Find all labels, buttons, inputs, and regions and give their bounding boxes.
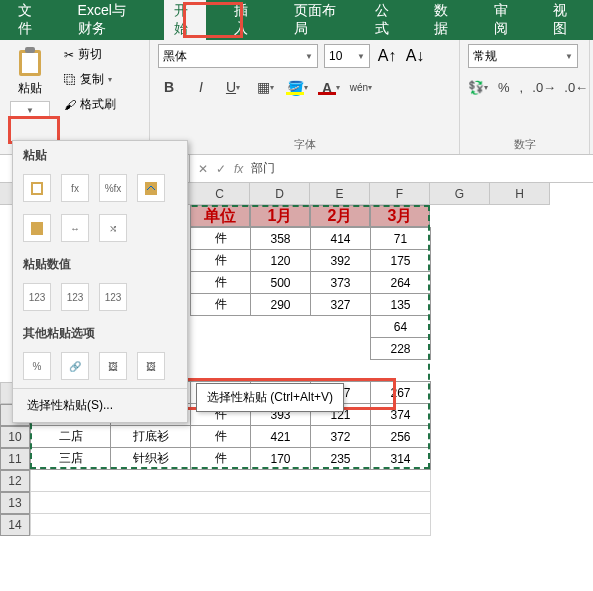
cell[interactable]: 421 [251, 426, 311, 448]
cut-button[interactable]: ✂剪切 [60, 44, 120, 65]
font-family-value: 黑体 [163, 48, 187, 65]
cell[interactable]: 235 [311, 448, 371, 470]
paste-option-formatting[interactable]: % [23, 352, 51, 380]
accounting-format-button[interactable]: 💱▾ [468, 76, 488, 98]
number-format-select[interactable]: 常规▼ [468, 44, 578, 68]
cell[interactable]: 170 [251, 448, 311, 470]
paste-option-formulas[interactable]: fx [61, 174, 89, 202]
col-header-c[interactable]: C [190, 183, 250, 205]
format-painter-button[interactable]: 🖌格式刷 [60, 94, 120, 115]
cell[interactable]: 件 [191, 448, 251, 470]
border-button[interactable]: ▦▾ [254, 76, 276, 98]
row-header[interactable]: 14 [0, 514, 30, 536]
cell[interactable]: 120 [251, 250, 311, 272]
col-header-f[interactable]: F [370, 183, 430, 205]
col-header-g[interactable]: G [430, 183, 490, 205]
font-family-select[interactable]: 黑体▼ [158, 44, 318, 68]
paste-option-transpose[interactable]: ⤭ [99, 214, 127, 242]
number-group-label: 数字 [468, 135, 581, 152]
paste-option-values-source[interactable]: 123 [99, 283, 127, 311]
fx-icon[interactable]: fx [234, 162, 243, 176]
decrease-decimal-button[interactable]: .0← [565, 76, 587, 98]
paste-option-keep-source[interactable] [137, 174, 165, 202]
copy-button[interactable]: ⿻复制 ▾ [60, 69, 120, 90]
clipboard-group: 粘贴 ▼ ✂剪切 ⿻复制 ▾ 🖌格式刷 [0, 40, 150, 154]
table-header[interactable]: 1月 [250, 205, 310, 227]
paste-option-all[interactable] [23, 174, 51, 202]
comma-button[interactable]: , [520, 76, 524, 98]
col-header-e[interactable]: E [310, 183, 370, 205]
cell[interactable]: 三店 [31, 448, 111, 470]
cell[interactable]: 228 [371, 338, 431, 360]
table-header[interactable]: 3月 [370, 205, 430, 227]
paste-option-column-width[interactable]: ↔ [61, 214, 89, 242]
cancel-icon[interactable]: ✕ [198, 162, 208, 176]
cell[interactable]: 二店 [31, 426, 111, 448]
cell[interactable]: 267 [371, 382, 431, 404]
paste-option-formulas-number[interactable]: %fx [99, 174, 127, 202]
cell[interactable]: 64 [371, 316, 431, 338]
increase-decimal-button[interactable]: .0→ [533, 76, 555, 98]
chevron-down-icon: ▼ [357, 52, 365, 61]
font-size-select[interactable]: 10▼ [324, 44, 370, 68]
chevron-down-icon: ▼ [565, 52, 573, 61]
cell[interactable]: 件 [191, 426, 251, 448]
col-header-h[interactable]: H [490, 183, 550, 205]
table-header[interactable]: 2月 [310, 205, 370, 227]
cell[interactable]: 500 [251, 272, 311, 294]
paste-option-no-border[interactable] [23, 214, 51, 242]
cell[interactable]: 件 [191, 272, 251, 294]
cell[interactable]: 414 [311, 228, 371, 250]
cell[interactable]: 372 [311, 426, 371, 448]
cell[interactable]: 件 [191, 294, 251, 316]
paste-button[interactable]: 粘贴 ▼ [8, 44, 52, 119]
table-header[interactable]: 单位 [190, 205, 250, 227]
phonetic-button[interactable]: wén▾ [350, 76, 372, 98]
paste-option-linked-picture[interactable]: 🖼 [137, 352, 165, 380]
col-header-d[interactable]: D [250, 183, 310, 205]
accept-icon[interactable]: ✓ [216, 162, 226, 176]
fill-color-button[interactable]: 🪣▾ [286, 76, 308, 98]
paste-option-link[interactable]: 🔗 [61, 352, 89, 380]
cell[interactable]: 256 [371, 426, 431, 448]
italic-button[interactable]: I [190, 76, 212, 98]
cell[interactable]: 358 [251, 228, 311, 250]
cell[interactable]: 175 [371, 250, 431, 272]
row-header[interactable]: 12 [0, 470, 30, 492]
cell[interactable]: 71 [371, 228, 431, 250]
paste-option-values-number[interactable]: 123 [61, 283, 89, 311]
cell[interactable]: 135 [371, 294, 431, 316]
data-table-partial: 件35841471 件120392175 件500373264 件2903271… [190, 227, 431, 360]
cell[interactable]: 374 [371, 404, 431, 426]
font-color-button[interactable]: A▾ [318, 76, 340, 98]
percent-button[interactable]: % [498, 76, 510, 98]
paste-option-values[interactable]: 123 [23, 283, 51, 311]
cell[interactable]: 264 [371, 272, 431, 294]
cell[interactable]: 件 [191, 228, 251, 250]
cell[interactable]: 314 [371, 448, 431, 470]
chevron-down-icon: ▾ [108, 75, 112, 84]
paste-special-menuitem[interactable]: 选择性粘贴(S)... [13, 388, 187, 422]
cell[interactable]: 290 [251, 294, 311, 316]
copy-icon: ⿻ [64, 73, 76, 87]
cell[interactable]: 392 [311, 250, 371, 272]
cut-label: 剪切 [78, 46, 102, 63]
row-header[interactable]: 13 [0, 492, 30, 514]
formula-value[interactable]: 部门 [251, 160, 275, 177]
cell[interactable]: 件 [191, 250, 251, 272]
svg-rect-5 [145, 182, 157, 195]
row-header[interactable]: 11 [0, 448, 30, 470]
paste-dropdown[interactable]: ▼ [10, 101, 50, 119]
paste-option-picture[interactable]: 🖼 [99, 352, 127, 380]
cell[interactable]: 373 [311, 272, 371, 294]
bold-button[interactable]: B [158, 76, 180, 98]
cell[interactable]: 打底衫 [111, 426, 191, 448]
increase-font-button[interactable]: A↑ [376, 45, 398, 67]
cell[interactable]: 针织衫 [111, 448, 191, 470]
underline-button[interactable]: U▾ [222, 76, 244, 98]
decrease-font-button[interactable]: A↓ [404, 45, 426, 67]
cell[interactable]: 327 [311, 294, 371, 316]
brush-icon: 🖌 [64, 98, 76, 112]
row-header[interactable]: 10 [0, 426, 30, 448]
ribbon-tabs: 文件 Excel与财务 开始 插入 页面布局 公式 数据 审阅 视图 [0, 0, 593, 40]
